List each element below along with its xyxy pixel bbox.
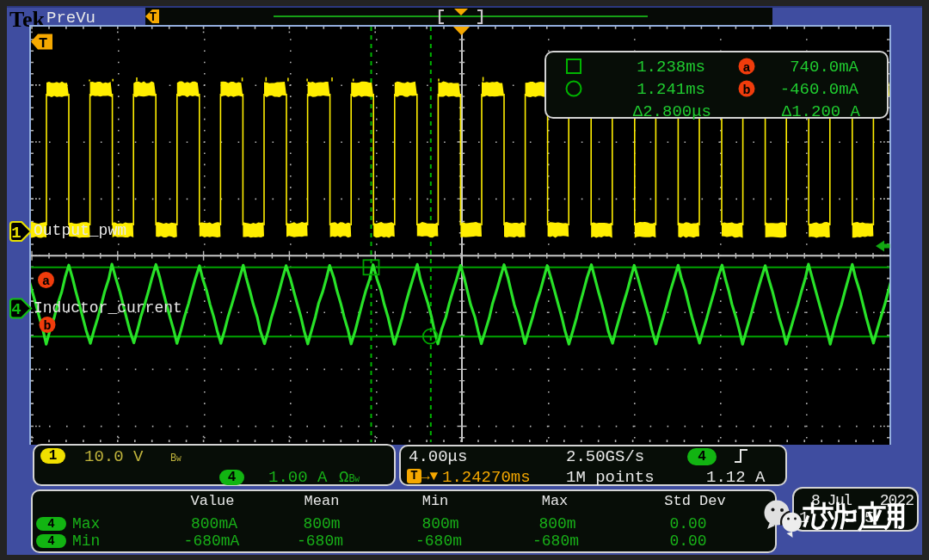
svg-text:a: a (42, 274, 50, 289)
svg-text:b: b (43, 319, 51, 334)
svg-text:T: T (39, 35, 47, 52)
svg-text:4: 4 (11, 300, 21, 319)
svg-text:a: a (742, 61, 750, 76)
svg-text:b: b (742, 83, 750, 98)
svg-text:1: 1 (11, 224, 21, 243)
